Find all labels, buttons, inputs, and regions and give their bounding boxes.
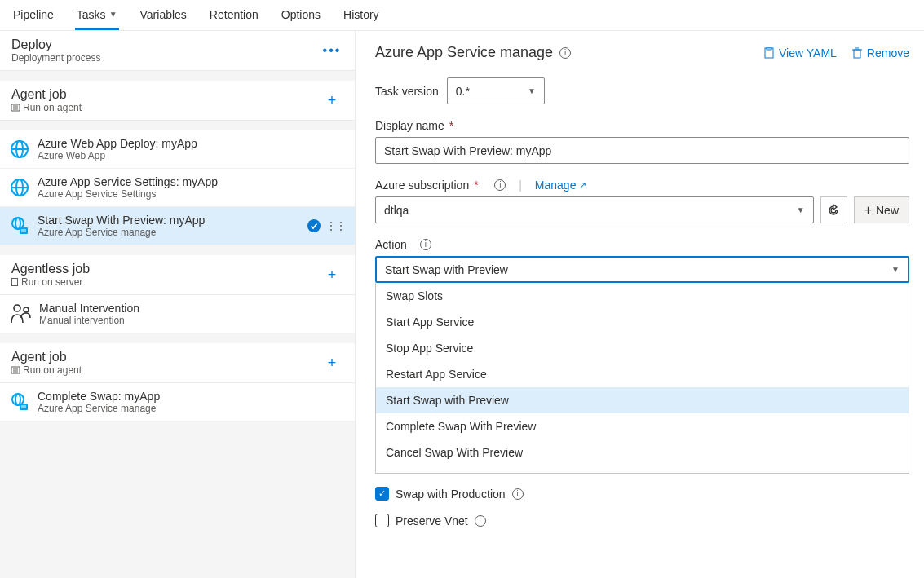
task-start-swap[interactable]: Start Swap With Preview: myApp Azure App…: [0, 207, 355, 245]
agent-job-3-add-button[interactable]: +: [321, 355, 343, 372]
task-webapp-deploy[interactable]: Azure Web App Deploy: myApp Azure Web Ap…: [0, 130, 355, 169]
subscription-select[interactable]: dtlqa ▼: [375, 196, 814, 223]
chevron-down-icon: ▼: [528, 86, 536, 95]
agentless-job-header[interactable]: Agentless job Run on server +: [0, 255, 355, 295]
svg-point-11: [15, 218, 20, 229]
agent-job-3-title: Agent job: [11, 350, 82, 364]
swap-production-checkbox[interactable]: ✓: [375, 487, 389, 501]
clipboard-icon: [763, 47, 775, 59]
action-dropdown: Swap Slots Start App Service Stop App Se…: [375, 283, 909, 474]
svg-point-17: [24, 307, 29, 312]
azure-appservice-manage-icon: [10, 392, 29, 412]
main: Deploy Deployment process ••• Agent job …: [0, 31, 924, 578]
server-icon: [11, 278, 18, 286]
svg-rect-29: [854, 50, 860, 58]
refresh-icon: [827, 204, 840, 217]
deploy-more-button[interactable]: •••: [321, 43, 343, 58]
action-option[interactable]: Stop App Service: [376, 335, 909, 361]
info-icon[interactable]: i: [559, 47, 571, 59]
info-icon[interactable]: i: [512, 488, 524, 500]
refresh-button[interactable]: [820, 196, 847, 223]
action-option[interactable]: Complete Swap With Preview: [376, 413, 909, 439]
agent-job-1-sub: Run on agent: [23, 102, 82, 113]
subscription-label: Azure subscription: [375, 179, 469, 192]
agent-job-1-title: Agent job: [11, 87, 82, 102]
azure-webapp-icon: [10, 139, 29, 159]
nav-options[interactable]: Options: [280, 0, 322, 30]
required-indicator: *: [449, 119, 453, 132]
svg-point-23: [15, 394, 20, 405]
task-sub: Azure Web App: [38, 150, 345, 161]
task-version-label: Task version: [375, 85, 439, 98]
display-name-label: Display name: [375, 119, 444, 132]
nav-tasks-label: Tasks: [77, 7, 106, 23]
deploy-sub: Deployment process: [11, 52, 100, 64]
info-icon[interactable]: i: [494, 179, 506, 191]
action-select[interactable]: Start Swap with Preview ▼: [375, 256, 909, 283]
svg-point-15: [307, 219, 321, 232]
action-option[interactable]: Restart App Service: [376, 361, 909, 387]
nav-history[interactable]: History: [342, 0, 381, 30]
details-title: Azure App Service manage: [375, 44, 553, 61]
drag-handle-icon[interactable]: ⋮⋮: [325, 224, 345, 228]
task-appservice-settings[interactable]: Azure App Service Settings: myApp Azure …: [0, 169, 355, 207]
agentless-job-add-button[interactable]: +: [321, 267, 343, 284]
svg-rect-24: [20, 404, 28, 410]
new-label: New: [876, 204, 899, 217]
manage-label: Manage: [535, 179, 577, 192]
action-option[interactable]: Start Swap with Preview: [376, 387, 909, 413]
task-sub: Manual intervention: [39, 315, 345, 326]
action-option[interactable]: Delete Slot: [376, 465, 909, 474]
preserve-vnet-checkbox[interactable]: [375, 514, 389, 527]
subscription-value: dtlqa: [384, 204, 409, 217]
display-name-input[interactable]: [375, 137, 909, 164]
action-option[interactable]: Cancel Swap With Preview: [376, 439, 909, 465]
view-yaml-button[interactable]: View YAML: [763, 46, 837, 60]
action-label: Action: [375, 238, 407, 251]
left-panel: Deploy Deployment process ••• Agent job …: [0, 31, 356, 578]
agent-job-1-add-button[interactable]: +: [321, 92, 343, 109]
task-version-value: 0.*: [456, 85, 470, 98]
agent-job-3-sub: Run on agent: [23, 364, 82, 376]
remove-label: Remove: [867, 46, 909, 60]
nav-pipeline[interactable]: Pipeline: [11, 0, 55, 30]
separator: |: [519, 179, 522, 192]
task-sub: Azure App Service manage: [38, 403, 345, 414]
agentless-job-title: Agentless job: [11, 262, 90, 276]
preserve-vnet-label: Preserve Vnet: [396, 514, 468, 527]
external-link-icon: ↗: [579, 180, 586, 191]
remove-button[interactable]: Remove: [851, 46, 909, 60]
action-option[interactable]: Swap Slots: [376, 283, 909, 309]
action-option[interactable]: Start App Service: [376, 309, 909, 335]
nav-retention[interactable]: Retention: [208, 0, 260, 30]
view-yaml-label: View YAML: [779, 46, 837, 60]
check-circle-icon[interactable]: [307, 219, 321, 232]
new-button[interactable]: + New: [854, 196, 909, 223]
agentless-job-sub: Run on server: [21, 276, 82, 288]
agent-job-3-header[interactable]: Agent job Run on agent +: [0, 343, 355, 383]
info-icon[interactable]: i: [475, 515, 486, 527]
azure-webapp-icon: [10, 178, 29, 197]
svg-point-16: [14, 305, 20, 311]
chevron-down-icon: ▼: [797, 205, 805, 214]
task-complete-swap[interactable]: Complete Swap: myApp Azure App Service m…: [0, 383, 355, 421]
deploy-header[interactable]: Deploy Deployment process •••: [0, 31, 355, 71]
manage-link[interactable]: Manage ↗: [535, 179, 587, 192]
agent-icon: [11, 366, 20, 374]
task-title: Start Swap With Preview: myApp: [38, 214, 299, 227]
azure-appservice-manage-icon: [10, 216, 29, 236]
task-manual-intervention[interactable]: Manual Intervention Manual intervention: [0, 295, 355, 333]
svg-rect-12: [20, 227, 28, 234]
task-title: Azure App Service Settings: myApp: [38, 175, 345, 188]
agent-icon: [11, 104, 20, 112]
task-version-select[interactable]: 0.* ▼: [447, 77, 545, 104]
required-indicator: *: [474, 179, 478, 192]
task-title: Complete Swap: myApp: [38, 390, 345, 403]
nav-tasks[interactable]: Tasks ▼: [75, 0, 119, 30]
chevron-down-icon: ▼: [891, 265, 900, 274]
agent-job-1-header[interactable]: Agent job Run on agent +: [0, 81, 355, 121]
top-nav: Pipeline Tasks ▼ Variables Retention Opt…: [0, 0, 924, 31]
nav-variables[interactable]: Variables: [139, 0, 188, 30]
task-sub: Azure App Service manage: [38, 227, 299, 238]
info-icon[interactable]: i: [420, 239, 431, 250]
